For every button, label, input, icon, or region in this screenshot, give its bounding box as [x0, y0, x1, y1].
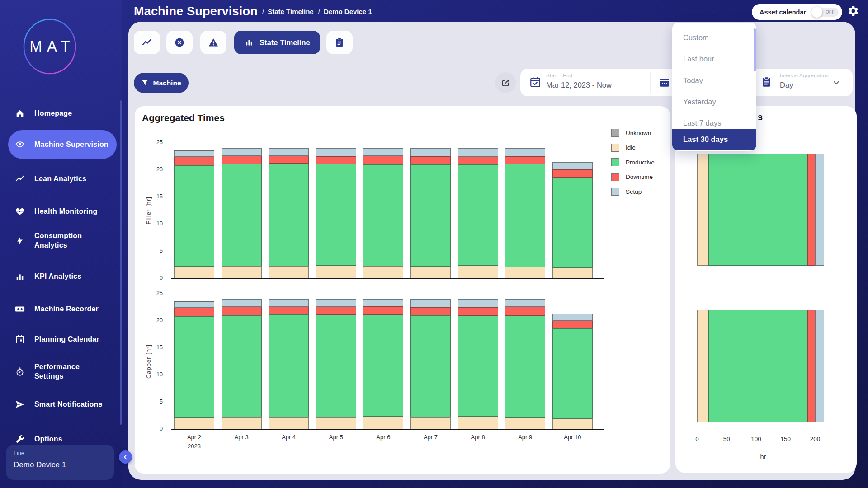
legend-item-downtime[interactable]: Downtime	[611, 173, 653, 181]
bar-segment-filler-setup[interactable]	[222, 148, 262, 156]
sidebar-item-performance-settings[interactable]: Performance Settings	[8, 359, 117, 385]
bar-segment-capper-idle[interactable]	[174, 418, 214, 429]
dropdown-item-custom[interactable]: Custom	[672, 27, 756, 48]
bar-segment-capper-downtime[interactable]	[552, 321, 593, 328]
bar-segment-filler-setup[interactable]	[410, 148, 451, 156]
dropdown-item-last-hour[interactable]: Last hour	[672, 48, 756, 70]
bar-segment-capper-productive[interactable]	[363, 315, 403, 417]
bar-segment-capper-productive[interactable]	[269, 314, 309, 417]
bar-segment-capper-productive[interactable]	[505, 316, 545, 418]
device-card[interactable]: Line Demo Device 1	[6, 445, 114, 480]
bar-segment-filler-idle[interactable]	[222, 266, 262, 278]
bar-segment-filler-productive[interactable]	[410, 164, 451, 267]
bar-segment-filler-idle[interactable]	[505, 267, 545, 278]
hbar-segment-filler-downtime[interactable]	[807, 154, 815, 266]
bar-segment-capper-setup[interactable]	[269, 299, 309, 307]
asset-calendar-toggle[interactable]: Asset calendar OFF	[752, 4, 842, 20]
bar-segment-capper-unknown[interactable]	[174, 301, 214, 302]
bar-segment-capper-setup[interactable]	[316, 299, 356, 307]
settings-gear-icon[interactable]	[847, 5, 859, 17]
bar-segment-filler-setup[interactable]	[316, 148, 356, 156]
bar-segment-capper-downtime[interactable]	[363, 306, 403, 315]
bar-segment-capper-productive[interactable]	[552, 328, 593, 418]
bar-segment-capper-downtime[interactable]	[458, 307, 498, 316]
bar-segment-filler-idle[interactable]	[458, 266, 498, 278]
bar-segment-capper-productive[interactable]	[316, 315, 356, 417]
legend-item-unknown[interactable]: Unknown	[611, 129, 651, 137]
bar-segment-capper-downtime[interactable]	[410, 307, 451, 315]
sidebar-item-consumption-analytics[interactable]: Consumption Analytics	[8, 228, 117, 253]
breadcrumb-device[interactable]: Demo Device 1	[318, 8, 372, 15]
chevron-down-icon[interactable]	[831, 78, 841, 88]
hbar-segment-capper-setup[interactable]	[815, 310, 824, 422]
bar-segment-filler-idle[interactable]	[316, 266, 356, 278]
dropdown-item-last-30-days[interactable]: Last 30 days	[672, 129, 756, 150]
bar-segment-capper-setup[interactable]	[410, 299, 451, 307]
sidebar-item-homepage[interactable]: Homepage	[8, 106, 117, 121]
bar-segment-filler-downtime[interactable]	[316, 156, 356, 164]
export-button[interactable]	[495, 72, 516, 93]
bar-segment-filler-productive[interactable]	[363, 164, 403, 266]
bar-segment-filler-productive[interactable]	[269, 164, 309, 266]
bar-segment-capper-downtime[interactable]	[269, 307, 309, 314]
interval-aggregation-value[interactable]: Day	[780, 81, 793, 89]
bar-segment-capper-idle[interactable]	[269, 417, 309, 429]
bar-segment-filler-unknown[interactable]	[174, 150, 214, 151]
bar-segment-capper-idle[interactable]	[458, 417, 498, 429]
bar-segment-capper-idle[interactable]	[410, 417, 451, 429]
tab-state-timeline[interactable]: State Timeline	[234, 31, 320, 54]
sidebar-collapse-button[interactable]	[119, 450, 132, 464]
tab-warning[interactable]	[200, 31, 226, 54]
dropdown-scrollbar[interactable]	[754, 28, 756, 71]
breadcrumb-section[interactable]: State Timeline	[262, 8, 314, 15]
sidebar-item-smart-notifications[interactable]: Smart Notifications	[8, 392, 117, 417]
bar-segment-filler-productive[interactable]	[222, 164, 262, 266]
bar-segment-capper-setup[interactable]	[363, 299, 403, 306]
bar-segment-capper-idle[interactable]	[363, 417, 403, 429]
bar-segment-filler-downtime[interactable]	[174, 157, 214, 165]
bar-segment-capper-idle[interactable]	[505, 418, 545, 429]
bar-segment-filler-setup[interactable]	[458, 148, 498, 157]
bar-segment-filler-idle[interactable]	[269, 266, 309, 278]
bar-segment-filler-setup[interactable]	[505, 148, 545, 156]
sidebar-item-kpi-analytics[interactable]: KPI Analytics	[8, 269, 117, 284]
sidebar-scrollbar[interactable]	[120, 100, 122, 425]
bar-segment-filler-downtime[interactable]	[410, 156, 451, 164]
bar-segment-filler-idle[interactable]	[174, 267, 214, 278]
hbar-segment-filler-idle[interactable]	[697, 154, 708, 266]
bar-segment-capper-productive[interactable]	[174, 316, 214, 417]
date-range-value[interactable]: Mar 12, 2023 - Now	[546, 81, 612, 89]
bar-segment-capper-downtime[interactable]	[174, 308, 214, 316]
hbar-segment-filler-setup[interactable]	[815, 154, 824, 266]
bar-segment-capper-idle[interactable]	[552, 419, 593, 429]
tab-trend[interactable]	[134, 31, 160, 54]
bar-segment-filler-setup[interactable]	[363, 148, 403, 156]
legend-item-idle[interactable]: Idle	[611, 144, 636, 152]
bar-segment-filler-productive[interactable]	[316, 164, 356, 266]
asset-calendar-switch[interactable]: OFF	[812, 8, 839, 17]
sidebar-item-health-monitoring[interactable]: Health Monitoring	[8, 204, 117, 219]
legend-item-productive[interactable]: Productive	[611, 158, 655, 166]
bar-segment-capper-idle[interactable]	[316, 417, 356, 429]
bar-segment-capper-setup[interactable]	[505, 299, 545, 307]
bar-segment-filler-idle[interactable]	[410, 267, 451, 278]
bar-segment-capper-productive[interactable]	[458, 316, 498, 417]
bar-segment-filler-downtime[interactable]	[269, 156, 309, 163]
sidebar-item-planning-calendar[interactable]: Planning Calendar	[8, 327, 117, 352]
bar-segment-filler-downtime[interactable]	[505, 156, 545, 164]
hbar-segment-capper-downtime[interactable]	[807, 310, 815, 422]
hbar-segment-capper-productive[interactable]	[708, 310, 807, 422]
bar-segment-capper-setup[interactable]	[222, 299, 262, 307]
bar-segment-filler-idle[interactable]	[552, 268, 593, 278]
bar-segment-filler-productive[interactable]	[458, 164, 498, 266]
sidebar-item-lean-analytics[interactable]: Lean Analytics	[8, 171, 117, 187]
bar-segment-capper-setup[interactable]	[458, 299, 498, 307]
bar-segment-capper-downtime[interactable]	[316, 307, 356, 315]
app-logo[interactable]: MAT	[23, 18, 77, 75]
bar-segment-capper-downtime[interactable]	[505, 307, 545, 315]
bar-segment-filler-productive[interactable]	[505, 164, 545, 267]
hbar-segment-capper-idle[interactable]	[697, 310, 708, 422]
bar-segment-filler-idle[interactable]	[363, 266, 403, 278]
bar-segment-filler-setup[interactable]	[552, 162, 593, 169]
machine-filter-button[interactable]: Machine	[134, 73, 189, 93]
